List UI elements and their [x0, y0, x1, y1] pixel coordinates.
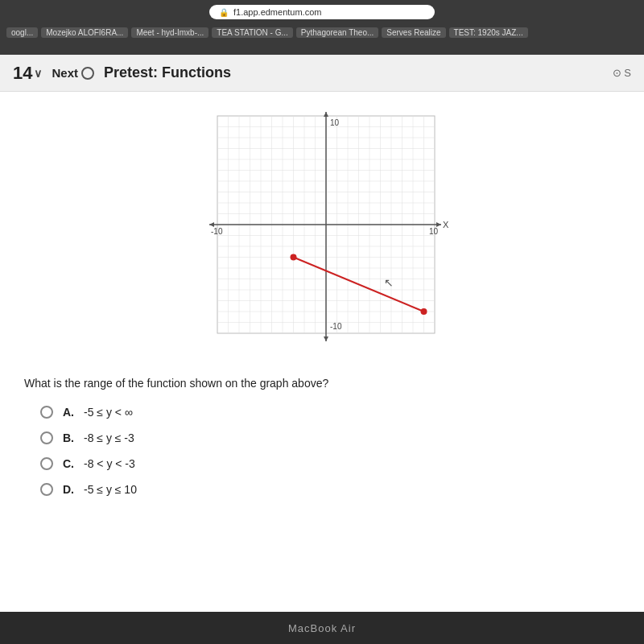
- answer-text-c: -8 < y < -3: [84, 457, 135, 470]
- bookmark-6[interactable]: Serves Realize: [382, 27, 445, 38]
- address-text: f1.app.edmentum.com: [233, 7, 321, 17]
- chevron-down-icon[interactable]: ∨: [34, 67, 42, 80]
- answer-item-b[interactable]: B. -8 ≤ y ≤ -3: [40, 431, 137, 444]
- bookmark-1[interactable]: oogl...: [6, 27, 38, 38]
- bottom-bar: MacBook Air: [0, 612, 644, 644]
- svg-point-51: [421, 308, 427, 315]
- answer-label-b: B.: [63, 431, 74, 444]
- radio-b[interactable]: [40, 431, 53, 444]
- answer-text-d: -5 ≤ y ≤ 10: [84, 483, 137, 496]
- svg-marker-44: [324, 336, 328, 341]
- next-button[interactable]: Next: [52, 66, 94, 80]
- next-circle-icon: [81, 67, 94, 80]
- header-right: ⊙ S: [613, 67, 631, 79]
- question-text: What is the range of the function shown …: [24, 377, 328, 390]
- answer-label-d: D.: [63, 483, 74, 496]
- page-title: Pretest: Functions: [104, 64, 603, 81]
- browser-chrome: 🔒 f1.app.edmentum.com oogl... Mozejko AL…: [0, 0, 644, 55]
- lock-icon: 🔒: [219, 8, 229, 17]
- radio-a[interactable]: [40, 406, 53, 419]
- bookmark-3[interactable]: Meet - hyd-Imxb-...: [131, 27, 208, 38]
- graph-svg: X 10 -10 10 -10 ↖: [193, 108, 451, 357]
- bookmark-4[interactable]: TEA STATION - G...: [212, 27, 293, 38]
- bookmarks-row: oogl... Mozejko ALOFI6RA... Meet - hyd-I…: [0, 23, 644, 42]
- main-content: X 10 -10 10 -10 ↖: [0, 92, 644, 620]
- answer-item-d[interactable]: D. -5 ≤ y ≤ 10: [40, 483, 137, 496]
- radio-c[interactable]: [40, 457, 53, 470]
- question-number-text: 14: [13, 63, 32, 84]
- next-label: Next: [52, 66, 78, 80]
- svg-text:10: 10: [429, 227, 439, 236]
- svg-text:-10: -10: [211, 227, 223, 236]
- bookmark-2[interactable]: Mozejko ALOFI6RA...: [41, 27, 128, 38]
- macbook-label: MacBook Air: [288, 622, 356, 634]
- answer-label-a: A.: [63, 406, 74, 419]
- x-axis-label: X: [443, 220, 449, 229]
- address-bar[interactable]: 🔒 f1.app.edmentum.com: [209, 5, 435, 19]
- svg-marker-43: [324, 112, 328, 117]
- answer-item-a[interactable]: A. -5 ≤ y < ∞: [40, 406, 137, 419]
- graph-container: X 10 -10 10 -10 ↖: [24, 108, 620, 357]
- svg-point-50: [291, 254, 297, 261]
- bookmark-7[interactable]: TEST: 1920s JAZ...: [449, 27, 528, 38]
- radio-d[interactable]: [40, 483, 53, 496]
- answer-item-c[interactable]: C. -8 < y < -3: [40, 457, 137, 470]
- answer-text-b: -8 ≤ y ≤ -3: [84, 431, 134, 444]
- svg-text:↖: ↖: [384, 276, 394, 289]
- app-header: 14 ∨ Next Pretest: Functions ⊙ S: [0, 55, 644, 92]
- svg-text:10: 10: [330, 118, 340, 127]
- bookmark-5[interactable]: Pythagorean Theo...: [296, 27, 378, 38]
- address-bar-row: 🔒 f1.app.edmentum.com: [0, 0, 644, 23]
- graph-wrapper: X 10 -10 10 -10 ↖: [193, 108, 451, 357]
- answer-label-c: C.: [63, 457, 74, 470]
- answer-choices: A. -5 ≤ y < ∞ B. -8 ≤ y ≤ -3 C. -8 < y <…: [24, 406, 137, 496]
- answer-text-a: -5 ≤ y < ∞: [84, 406, 133, 419]
- question-number[interactable]: 14 ∨: [13, 63, 42, 84]
- svg-text:-10: -10: [330, 322, 342, 331]
